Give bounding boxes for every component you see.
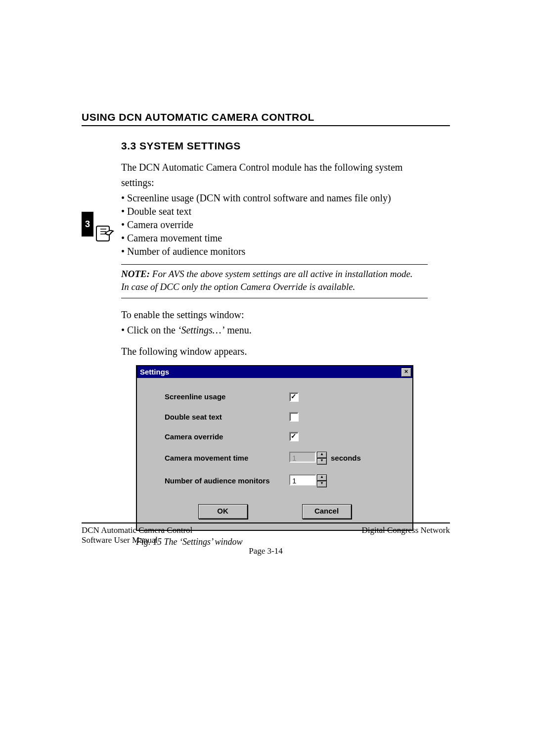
camera-movement-time-value[interactable]: 1 xyxy=(289,452,316,463)
intro-text-2: settings: xyxy=(121,176,428,189)
list-item: Double seat text xyxy=(121,205,428,218)
list-item: Camera override xyxy=(121,218,428,232)
enable-text: To enable the settings window: xyxy=(121,308,428,322)
footer-right: Digital Congress Network xyxy=(362,525,450,535)
running-head: USING DCN AUTOMATIC CAMERA CONTROL xyxy=(82,111,450,126)
settings-dialog-figure: Settings × Screenline usage Double seat … xyxy=(136,365,428,531)
list-item: Camera movement time xyxy=(121,232,428,245)
section-heading: 3.3 SYSTEM SETTINGS xyxy=(121,140,450,152)
footer-left-2: Software User Manual xyxy=(82,535,158,545)
cancel-button[interactable]: Cancel xyxy=(302,504,352,519)
spinner-down-icon[interactable]: ▼ xyxy=(317,481,327,487)
page-number: Page 3-14 xyxy=(82,546,450,556)
camera-movement-time-spinner[interactable]: 1 ▲ ▼ xyxy=(289,452,327,465)
note-text-2: In case of DCC only the option Camera Ov… xyxy=(121,282,355,292)
seconds-label: seconds xyxy=(331,453,361,463)
list-item: Click on the ‘Settings…’ menu. xyxy=(121,324,428,337)
intro-text: The DCN Automatic Camera Control module … xyxy=(121,161,428,174)
list-item: Screenline usage (DCN with control softw… xyxy=(121,191,428,205)
screenline-usage-checkbox[interactable] xyxy=(289,392,299,402)
screenline-usage-label: Screenline usage xyxy=(165,392,289,402)
spinner-up-icon[interactable]: ▲ xyxy=(317,474,327,481)
footer-left-1: DCN Automatic Camera Control xyxy=(82,525,192,535)
settings-bullet-list: Screenline usage (DCN with control softw… xyxy=(121,191,428,258)
note-block: NOTE: For AVS the above system settings … xyxy=(121,265,428,294)
note-label: NOTE: xyxy=(121,269,150,279)
audience-monitors-value[interactable]: 1 xyxy=(289,474,316,485)
camera-override-checkbox[interactable] xyxy=(289,432,299,441)
ok-button[interactable]: OK xyxy=(198,504,248,519)
page-content: USING DCN AUTOMATIC CAMERA CONTROL 3.3 S… xyxy=(82,111,450,548)
camera-override-label: Camera override xyxy=(165,432,289,442)
page-footer: DCN Automatic Camera Control Digital Con… xyxy=(82,522,450,556)
appears-text: The following window appears. xyxy=(121,345,428,358)
close-icon[interactable]: × xyxy=(401,368,411,377)
camera-movement-time-label: Camera movement time xyxy=(165,453,289,463)
spinner-down-icon[interactable]: ▼ xyxy=(317,458,327,465)
audience-monitors-label: Number of audience monitors xyxy=(165,476,289,486)
audience-monitors-spinner[interactable]: 1 ▲ ▼ xyxy=(289,474,327,487)
double-seat-text-checkbox[interactable] xyxy=(289,412,299,422)
settings-dialog: Settings × Screenline usage Double seat … xyxy=(136,365,413,531)
note-text-1: For AVS the above system settings are al… xyxy=(150,269,413,279)
list-item: Number of audience monitors xyxy=(121,245,428,258)
double-seat-text-label: Double seat text xyxy=(165,412,289,422)
spinner-up-icon[interactable]: ▲ xyxy=(317,452,327,458)
dialog-titlebar[interactable]: Settings × xyxy=(137,366,412,378)
dialog-title: Settings xyxy=(140,367,169,377)
